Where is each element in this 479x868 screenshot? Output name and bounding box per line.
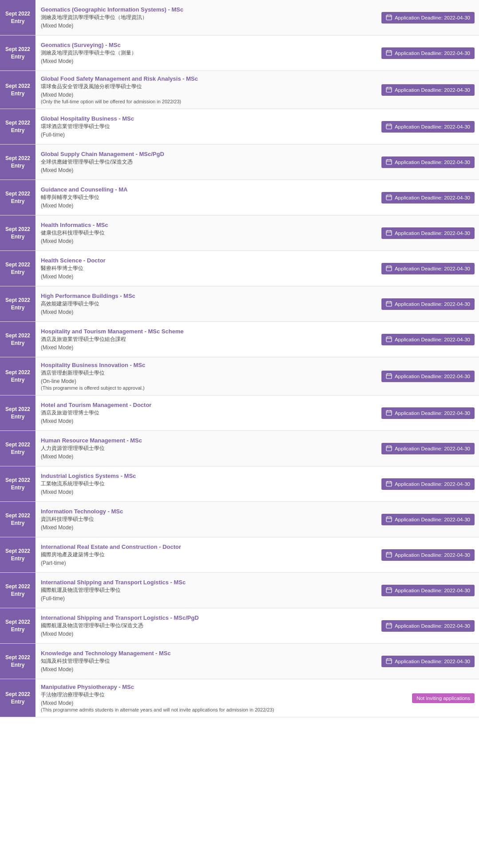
program-info: Hospitality Business Innovation - MSc酒店管… [35, 357, 381, 395]
deadline-col: Application Deadline: 2022-04-30 [381, 286, 479, 321]
deadline-badge: Application Deadline: 2022-04-30 [381, 156, 475, 168]
program-info: Global Supply Chain Management - MSc/PgD… [35, 145, 381, 180]
program-title-en[interactable]: High Performance Buildings - MSc [41, 293, 376, 299]
program-title-en[interactable]: Guidance and Counselling - MA [41, 186, 376, 193]
deadline-text: Application Deadline: 2022-04-30 [395, 374, 470, 379]
program-title-en[interactable]: Hospitality Business Innovation - MSc [41, 362, 376, 368]
svg-rect-52 [386, 481, 392, 486]
calendar-icon [386, 622, 392, 629]
svg-rect-72 [386, 659, 392, 664]
deadline-badge: Application Deadline: 2022-04-30 [381, 478, 475, 490]
program-title-en[interactable]: International Shipping and Transport Log… [41, 614, 376, 621]
program-mode: (Mixed Mode) [41, 666, 376, 673]
program-row: Sept 2022 EntryGeomatics (Geographic Inf… [0, 0, 479, 35]
program-title-en[interactable]: Geomatics (Geographic Information System… [41, 6, 376, 13]
deadline-badge: Application Deadline: 2022-04-30 [381, 514, 475, 525]
program-title-en[interactable]: Human Resource Management - MSc [41, 437, 376, 444]
svg-rect-16 [386, 160, 392, 164]
entry-badge: Sept 2022 Entry [0, 35, 35, 70]
entry-badge: Sept 2022 Entry [0, 608, 35, 643]
deadline-text: Application Deadline: 2022-04-30 [395, 411, 470, 416]
calendar-icon [386, 86, 392, 94]
calendar-icon [386, 336, 392, 343]
program-title-zh: 全球供應鏈管理理學碩士學位/深造文憑 [41, 158, 376, 166]
program-title-zh: 國際航運及物流管理理學碩士學位/深造文憑 [41, 622, 376, 629]
program-title-zh: 測繪及地理資訊學理學碩士學位（地理資訊） [41, 14, 376, 21]
program-title-en[interactable]: Hospitality and Tourism Management - MSc… [41, 328, 376, 335]
program-mode: (Mixed Mode) [41, 524, 376, 531]
program-title-en[interactable]: International Real Estate and Constructi… [41, 543, 376, 550]
calendar-icon [386, 230, 392, 237]
deadline-text: Application Deadline: 2022-04-30 [395, 588, 470, 593]
calendar-icon [386, 481, 392, 488]
program-title-zh: 測繪及地理資訊學理學碩士學位（測量） [41, 49, 376, 57]
program-mode: (Mixed Mode) [41, 454, 376, 460]
program-mode: (Mixed Mode) [41, 167, 376, 173]
deadline-text: Application Deadline: 2022-04-30 [395, 301, 470, 307]
entry-badge: Sept 2022 Entry [0, 0, 35, 35]
program-mode: (Part-time) [41, 560, 376, 566]
program-title-en[interactable]: Global Food Safety Management and Risk A… [41, 75, 376, 82]
svg-rect-32 [386, 301, 392, 306]
calendar-icon [386, 551, 392, 559]
program-title-zh: 手法物理治療理學碩士學位 [41, 691, 376, 699]
calendar-icon [386, 265, 392, 272]
program-title-en[interactable]: Industrial Logistics Systems - MSc [41, 473, 376, 479]
deadline-badge: Application Deadline: 2022-04-30 [381, 84, 475, 96]
program-info: Knowledge and Technology Management - MS… [35, 644, 381, 679]
calendar-icon [386, 159, 392, 166]
deadline-text: Application Deadline: 2022-04-30 [395, 51, 470, 56]
svg-rect-0 [386, 15, 392, 20]
program-title-en[interactable]: Global Hospitality Business - MSc [41, 115, 376, 122]
svg-rect-24 [386, 231, 392, 235]
program-title-en[interactable]: Information Technology - MSc [41, 508, 376, 515]
program-mode: (Mixed Mode) [41, 203, 376, 209]
program-title-en[interactable]: Knowledge and Technology Management - MS… [41, 650, 376, 657]
program-title-zh: 環球酒店業管理理學碩士學位 [41, 123, 376, 130]
calendar-icon [386, 373, 392, 380]
program-title-zh: 健康信息科技理學碩士學位 [41, 229, 376, 237]
deadline-col: Application Deadline: 2022-04-30 [381, 357, 479, 395]
program-title-en[interactable]: Global Supply Chain Management - MSc/PgD [41, 151, 376, 157]
program-row: Sept 2022 EntryManipulative Physiotherap… [0, 679, 479, 717]
program-row: Sept 2022 EntryKnowledge and Technology … [0, 644, 479, 679]
entry-badge: Sept 2022 Entry [0, 180, 35, 215]
program-row: Sept 2022 EntryHealth Science - Doctor醫療… [0, 251, 479, 286]
svg-rect-36 [386, 337, 392, 342]
entry-badge: Sept 2022 Entry [0, 71, 35, 109]
deadline-col: Application Deadline: 2022-04-30 [381, 573, 479, 608]
deadline-badge: Application Deadline: 2022-04-30 [381, 12, 475, 23]
program-title-en[interactable]: Geomatics (Surveying) - MSc [41, 42, 376, 48]
calendar-icon [386, 301, 392, 308]
program-mode: (Mixed Mode) [41, 418, 376, 424]
program-info: Health Science - Doctor醫療科學博士學位(Mixed Mo… [35, 251, 381, 286]
program-info: Geomatics (Geographic Information System… [35, 0, 381, 35]
calendar-icon [386, 123, 392, 130]
entry-badge: Sept 2022 Entry [0, 502, 35, 537]
program-title-zh: 國際航運及物流管理理學碩士學位 [41, 586, 376, 594]
deadline-badge: Application Deadline: 2022-04-30 [381, 549, 475, 561]
program-title-en[interactable]: Hotel and Tourism Management - Doctor [41, 402, 376, 408]
program-title-en[interactable]: Health Informatics - MSc [41, 222, 376, 228]
program-title-en[interactable]: Manipulative Physiotherapy - MSc [41, 684, 376, 690]
deadline-badge: Application Deadline: 2022-04-30 [381, 620, 475, 632]
deadline-badge: Not inviting applications [412, 693, 475, 703]
program-title-zh: 醫療科學博士學位 [41, 265, 376, 272]
deadline-badge: Application Deadline: 2022-04-30 [381, 121, 475, 133]
program-info: High Performance Buildings - MSc高效能建築理學碩… [35, 286, 381, 321]
program-title-zh: 酒店管理創新理學碩士學位 [41, 369, 376, 377]
program-row: Sept 2022 EntryInternational Shipping an… [0, 573, 479, 608]
program-title-zh: 工業物流系統理學碩士學位 [41, 480, 376, 488]
svg-rect-44 [386, 411, 392, 415]
program-note: (This programme admits students in alter… [41, 707, 376, 712]
program-title-en[interactable]: Health Science - Doctor [41, 257, 376, 264]
deadline-text: Application Deadline: 2022-04-30 [395, 337, 470, 342]
program-mode: (Mixed Mode) [41, 631, 376, 637]
calendar-icon [386, 14, 392, 21]
program-title-en[interactable]: International Shipping and Transport Log… [41, 579, 376, 586]
program-info: Hospitality and Tourism Management - MSc… [35, 322, 381, 357]
entry-badge: Sept 2022 Entry [0, 573, 35, 608]
program-mode: (Full-time) [41, 132, 376, 138]
program-row: Sept 2022 EntryInternational Shipping an… [0, 608, 479, 644]
program-info: Health Informatics - MSc健康信息科技理學碩士學位(Mix… [35, 215, 381, 250]
